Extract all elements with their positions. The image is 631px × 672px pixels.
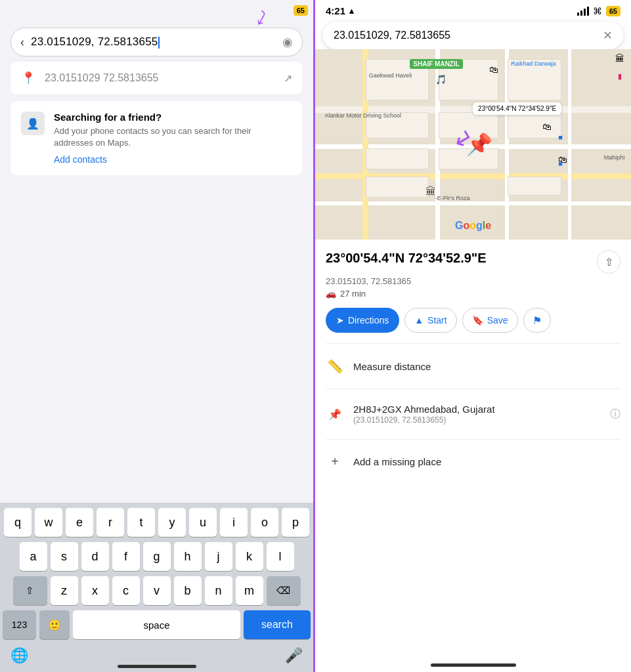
add-contacts-link[interactable]: Add contacts [54, 154, 292, 165]
action-buttons: ➤ Directions ▲ Start 🔖 Save ⚑ [326, 308, 620, 333]
right-panel: 4:21 ▴ ⌘ 65 23.0151029, 72.5813655 ✕ [315, 0, 631, 672]
key-p[interactable]: p [282, 508, 309, 537]
key-v[interactable]: v [143, 576, 171, 605]
raikhad-label: Raikhad Darwaja [511, 60, 556, 67]
drive-time: 27 min [340, 289, 366, 299]
status-bar-right: 4:21 ▴ ⌘ 65 [315, 0, 631, 19]
share-button[interactable]: ⇧ [597, 250, 620, 274]
gaekwad-label: Gaekwad Haveli [369, 72, 412, 79]
key-o[interactable]: o [251, 508, 278, 537]
key-t[interactable]: t [127, 508, 155, 537]
key-z[interactable]: z [51, 576, 78, 605]
key-shift[interactable]: ⇧ [13, 576, 47, 605]
status-time-area: 4:21 ▴ [326, 5, 354, 16]
map-area[interactable]: SHAIF MANZIL Raikhad Darwaja Gaekwad Hav… [315, 49, 631, 240]
contact-heading: Searching for a friend? [54, 112, 292, 123]
location-pin-icon: 📍 [21, 71, 35, 85]
start-button[interactable]: ▲ Start [404, 308, 456, 333]
plus-code-icon: 📌 [326, 408, 344, 421]
plus-code-decimal: (23.0151029, 72.5813655) [353, 415, 495, 425]
key-space[interactable]: space [73, 610, 240, 639]
key-k[interactable]: k [236, 542, 263, 571]
navigation-icon: ▴ [349, 6, 354, 16]
plus-code-item[interactable]: 📌 2H8J+2GX Ahmedabad, Gujarat (23.015102… [326, 394, 620, 434]
map-icon-6: 🎵 [435, 74, 446, 85]
add-missing-place-item[interactable]: + Add a missing place [326, 445, 620, 478]
measure-distance-item[interactable]: 📏 Measure distance [326, 349, 620, 383]
key-c[interactable]: c [112, 576, 140, 605]
key-l[interactable]: l [267, 542, 294, 571]
map-icon-2: 🛍 [542, 121, 552, 132]
map-icon-5: ■ [558, 133, 563, 141]
hotel-icon: ▮ [618, 72, 622, 81]
key-a[interactable]: a [20, 542, 47, 571]
search-bar-left[interactable]: ‹ 23.0151029, 72.5813655 ⤵ ◉ [11, 28, 303, 56]
map-icon-4: ■ [558, 159, 563, 167]
coord-decimal: 23.015103, 72.581365 [326, 276, 620, 286]
back-button[interactable]: ‹ [20, 35, 24, 49]
battery-badge-right: 65 [606, 6, 620, 16]
suggestion-row[interactable]: 📍 23.0151029 72.5813655 ↗ [11, 62, 303, 94]
globe-icon[interactable]: 🌐 [11, 647, 28, 664]
key-backspace[interactable]: ⌫ [267, 576, 301, 605]
status-icons-area: ⌘ 65 [577, 6, 620, 16]
key-w[interactable]: w [35, 508, 62, 537]
microphone-icon[interactable]: 🎤 [285, 647, 303, 664]
clear-search-button[interactable]: ◉ [282, 35, 293, 49]
coord-dms-title: 23°00'54.4"N 72°34'52.9"E [326, 250, 487, 266]
search-text-right: 23.0151029, 72.5813655 [334, 30, 603, 41]
key-search[interactable]: search [244, 610, 311, 639]
left-top-bar: 65 ‹ 23.0151029, 72.5813655 ⤵ ◉ [0, 0, 313, 62]
save-button[interactable]: 🔖 Save [462, 308, 518, 333]
key-emoji[interactable]: 🙂 [39, 610, 70, 639]
text-cursor [158, 37, 160, 49]
directions-button[interactable]: ➤ Directions [326, 308, 399, 333]
add-place-icon: + [326, 454, 344, 469]
clear-button-right[interactable]: ✕ [603, 28, 613, 43]
key-numbers[interactable]: 123 [3, 610, 36, 639]
key-d[interactable]: d [81, 542, 109, 571]
key-b[interactable]: b [174, 576, 202, 605]
key-i[interactable]: i [220, 508, 248, 537]
divider-2 [326, 388, 620, 389]
plus-code-text: 2H8J+2GX Ahmedabad, Gujarat [353, 404, 495, 415]
key-h[interactable]: h [174, 542, 202, 571]
map-icon-1: 🛍 [489, 64, 498, 75]
left-panel: 65 ‹ 23.0151029, 72.5813655 ⤵ ◉ 📍 23.015… [0, 0, 315, 672]
info-icon[interactable]: ⓘ [610, 408, 620, 421]
key-n[interactable]: n [205, 576, 232, 605]
alankar-label: Alankar Motor Driving School [324, 112, 401, 120]
measure-text: Measure distance [353, 361, 431, 372]
key-q[interactable]: q [4, 508, 32, 537]
directions-icon: ➤ [336, 315, 344, 326]
start-icon: ▲ [414, 315, 424, 326]
person-icon: 👤 [26, 117, 39, 130]
key-g[interactable]: g [143, 542, 171, 571]
map-background: SHAIF MANZIL Raikhad Darwaja Gaekwad Hav… [315, 49, 631, 240]
search-input-left[interactable]: 23.0151029, 72.5813655 [31, 35, 277, 49]
home-indicator-left [118, 665, 196, 668]
divider-3 [326, 439, 620, 440]
flag-button[interactable]: ⚑ [523, 308, 551, 333]
keyboard-row-3: ⇧ z x c v b n m ⌫ [3, 576, 311, 605]
key-y[interactable]: y [158, 508, 186, 537]
key-m[interactable]: m [236, 576, 263, 605]
car-icon: 🚗 [326, 289, 336, 299]
keyboard: q w e r t y u i o p a s d f g h j k l ⇧ … [0, 503, 313, 672]
shaif-manzil-label: SHAIF MANZIL [410, 59, 463, 69]
suggestion-text: 23.0151029 72.5813655 [45, 72, 284, 84]
keyboard-row-4: 123 🙂 space search [3, 610, 311, 639]
key-r[interactable]: r [97, 508, 124, 537]
add-missing-text: Add a missing place [353, 456, 441, 467]
wifi-icon: ⌘ [593, 6, 602, 16]
contact-icon: 👤 [21, 112, 45, 135]
key-j[interactable]: j [205, 542, 232, 571]
key-u[interactable]: u [189, 508, 217, 537]
e-pirs-roza-label: -E-Pir's Roza [435, 195, 470, 201]
time-display: 4:21 [326, 5, 345, 16]
key-x[interactable]: x [81, 576, 109, 605]
search-bar-right[interactable]: 23.0151029, 72.5813655 ✕ [323, 22, 623, 49]
key-f[interactable]: f [112, 542, 140, 571]
key-s[interactable]: s [51, 542, 78, 571]
key-e[interactable]: e [66, 508, 93, 537]
